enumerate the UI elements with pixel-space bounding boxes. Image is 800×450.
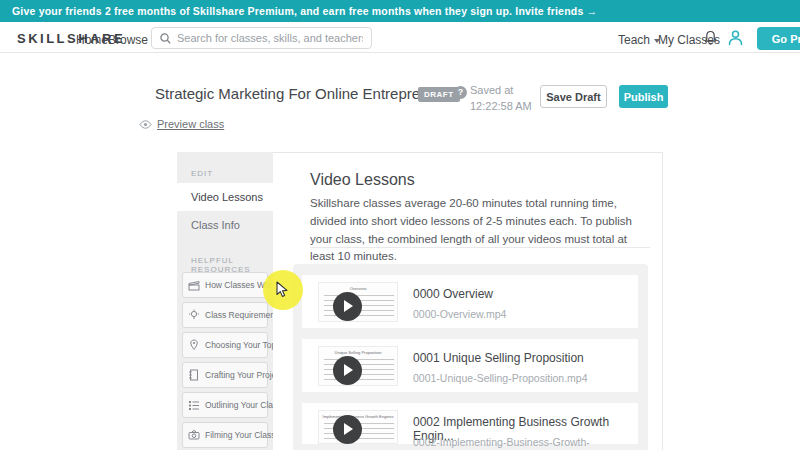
divider bbox=[310, 247, 650, 248]
resource-class-requirements[interactable]: Class Requirements bbox=[182, 302, 268, 328]
preview-class-link[interactable]: Preview class bbox=[139, 118, 224, 130]
resource-how-classes-work[interactable]: How Classes Work bbox=[182, 272, 268, 298]
skillshare-app: Give your friends 2 free months of Skill… bbox=[0, 0, 800, 450]
thumbnail-title: Implementing Business Growth Engines bbox=[319, 414, 397, 419]
preview-class-label: Preview class bbox=[157, 118, 224, 130]
video-filename: 0001-Unique-Selling-Proposition.mp4 bbox=[413, 372, 588, 384]
play-icon[interactable] bbox=[333, 356, 362, 385]
bell-icon bbox=[703, 30, 718, 46]
thumbnail-title: Overview bbox=[319, 286, 397, 291]
sidebar-item-class-info[interactable]: Class Info bbox=[177, 211, 273, 239]
play-icon[interactable] bbox=[333, 292, 362, 321]
edit-sidebar: EDIT Video Lessons Class Info HELPFUL RE… bbox=[177, 152, 273, 450]
promo-banner-text: Give your friends 2 free months of Skill… bbox=[12, 5, 597, 17]
save-draft-button[interactable]: Save Draft bbox=[540, 85, 607, 108]
go-premium-button[interactable]: Go Premium bbox=[757, 27, 800, 50]
resource-label: Filming Your Class bbox=[205, 430, 275, 440]
user-icon bbox=[727, 29, 744, 46]
video-filename: 0000-Overview.mp4 bbox=[413, 308, 506, 320]
top-nav: SKILLSHARE Home Browse Teach My Classes bbox=[0, 22, 800, 53]
mouse-cursor-icon bbox=[276, 281, 289, 298]
search-input[interactable] bbox=[177, 32, 363, 44]
section-description: Skillshare classes average 20-60 minutes… bbox=[310, 195, 652, 266]
clapperboard-icon bbox=[188, 280, 200, 291]
nav-home[interactable]: Home bbox=[76, 33, 108, 47]
click-highlight bbox=[263, 270, 303, 310]
resource-choosing-your-topic[interactable]: Choosing Your Topic bbox=[182, 332, 268, 358]
nav-teach[interactable]: Teach bbox=[618, 33, 660, 47]
video-filename: 0002-Implementing-Business-Growth-Engine… bbox=[413, 436, 638, 450]
camera-icon bbox=[188, 430, 200, 440]
video-title: 0001 Unique Selling Proposition bbox=[413, 351, 584, 365]
page-title: Strategic Marketing For Online Entrepren… bbox=[155, 85, 458, 102]
resource-label: Outlining Your Class bbox=[205, 400, 282, 410]
resource-label: Crafting Your Project bbox=[205, 370, 283, 380]
resource-filming-your-class[interactable]: Filming Your Class bbox=[182, 422, 268, 448]
section-heading: Video Lessons bbox=[310, 171, 415, 189]
list-icon bbox=[188, 400, 200, 410]
eye-icon bbox=[139, 120, 152, 129]
resource-outlining-your-class[interactable]: Outlining Your Class bbox=[182, 392, 268, 418]
notebook-icon bbox=[188, 369, 200, 381]
video-row[interactable]: Overview 0000 Overview 0000-Overview.mp4 bbox=[302, 275, 638, 328]
lightbulb-icon bbox=[188, 309, 200, 321]
thumbnail-title: Unique Selling Proposition bbox=[319, 350, 397, 355]
saved-timestamp: Saved at 12:22:58 AM bbox=[470, 83, 538, 115]
notifications-button[interactable] bbox=[703, 30, 718, 46]
video-lessons-panel: Video Lessons Skillshare classes average… bbox=[273, 152, 663, 450]
search-icon bbox=[160, 33, 171, 44]
promo-banner[interactable]: Give your friends 2 free months of Skill… bbox=[0, 0, 800, 22]
video-list: Overview 0000 Overview 0000-Overview.mp4… bbox=[293, 264, 648, 450]
pin-icon bbox=[188, 339, 200, 351]
help-icon[interactable]: ? bbox=[454, 86, 467, 99]
video-title: 0000 Overview bbox=[413, 287, 493, 301]
resource-crafting-your-project[interactable]: Crafting Your Project bbox=[182, 362, 268, 388]
search-bar[interactable] bbox=[151, 27, 372, 49]
profile-button[interactable] bbox=[727, 29, 744, 46]
resource-label: Choosing Your Topic bbox=[205, 340, 282, 350]
resource-label: Class Requirements bbox=[205, 310, 282, 320]
play-icon[interactable] bbox=[333, 415, 362, 444]
sidebar-section-edit: EDIT bbox=[191, 169, 213, 178]
video-row[interactable]: Unique Selling Proposition 0001 Unique S… bbox=[302, 339, 638, 392]
video-row[interactable]: Implementing Business Growth Engines 000… bbox=[302, 403, 638, 444]
sidebar-item-video-lessons[interactable]: Video Lessons bbox=[177, 183, 274, 211]
publish-button[interactable]: Publish bbox=[619, 85, 668, 108]
